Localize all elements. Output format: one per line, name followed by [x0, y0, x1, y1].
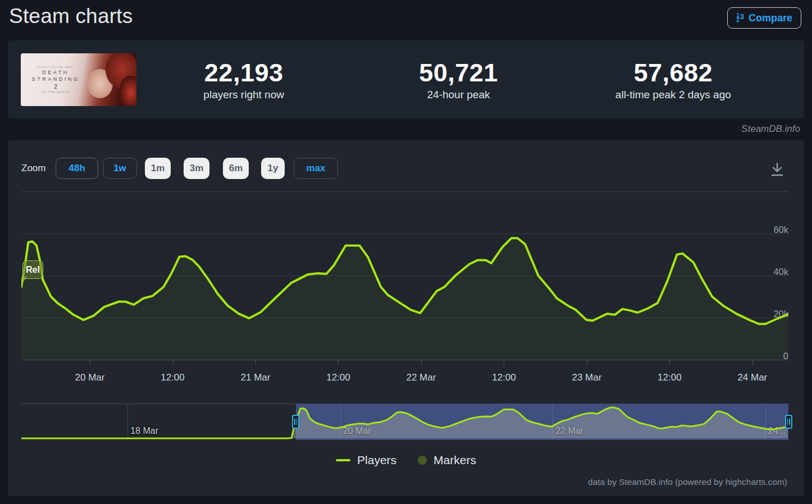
- range-button-48h[interactable]: 48h: [56, 158, 98, 179]
- stat-block: 57,682 all-time peak 2 days ago: [566, 58, 781, 101]
- x-axis-label: 12:00: [313, 372, 363, 383]
- legend-label: Players: [357, 453, 396, 467]
- stat-label: all-time peak 2 days ago: [566, 89, 781, 101]
- players-area-fill: [21, 238, 788, 360]
- range-button-1w[interactable]: 1w: [103, 158, 137, 179]
- x-axis-label: 20 Mar: [65, 372, 115, 383]
- x-axis-line: [21, 360, 788, 360]
- legend-label: Markers: [434, 453, 476, 467]
- legend-line-swatch: [336, 459, 350, 461]
- capsule-tagline: A HIDEO KOJIMA GAME: [38, 66, 74, 68]
- download-chart-button[interactable]: [769, 162, 785, 177]
- top-bar: Steam charts 123 Compare: [0, 0, 812, 40]
- x-axis-label: 21 Mar: [230, 372, 281, 383]
- range-button-1m: 1m: [145, 158, 171, 179]
- stat-value: 50,721: [351, 58, 565, 88]
- x-tick: [338, 360, 339, 365]
- stat-block: 50,721 24-hour peak: [351, 58, 565, 101]
- release-flag[interactable]: Rel: [22, 260, 43, 279]
- legend-item-players[interactable]: Players: [336, 453, 396, 467]
- x-tick: [504, 360, 504, 365]
- capsule-title-block: A HIDEO KOJIMA GAME DEATH STRANDING 2 ON…: [25, 53, 86, 106]
- x-axis-label: 12:00: [148, 372, 198, 383]
- x-tick: [256, 360, 256, 365]
- capsule-art: [120, 76, 136, 106]
- x-tick: [173, 360, 174, 365]
- page-title: Steam charts: [9, 4, 133, 28]
- x-tick: [752, 360, 753, 365]
- x-axis-label: 12:00: [644, 372, 695, 383]
- game-capsule-image[interactable]: A HIDEO KOJIMA GAME DEATH STRANDING 2 ON…: [21, 53, 136, 106]
- capsule-number: 2: [54, 83, 57, 90]
- x-tick: [421, 360, 422, 365]
- chart-legend: PlayersMarkers: [8, 453, 804, 467]
- stat-label: 24-hour peak: [351, 89, 565, 101]
- stat-value: 22,193: [136, 58, 351, 88]
- legend-item-markers[interactable]: Markers: [418, 453, 476, 467]
- x-axis-label: 12:00: [478, 372, 529, 383]
- navigator-mini-chart[interactable]: [21, 404, 788, 440]
- compare-button-label: Compare: [749, 12, 792, 24]
- capsule-title: STRANDING: [32, 76, 80, 82]
- compare-fraction-icon: 123: [736, 13, 744, 22]
- players-line-chart[interactable]: [21, 191, 788, 360]
- stat-value: 57,682: [566, 58, 781, 88]
- highcharts-credits[interactable]: data by SteamDB.info (powered by highcha…: [588, 477, 787, 487]
- x-axis-label: 24 Mar: [727, 372, 778, 383]
- x-axis-label: 22 Mar: [396, 372, 446, 383]
- players-chart-panel: Zoom 48h1w1m3m6m1ymax 60k40k20k020 Mar12…: [8, 140, 804, 496]
- steamdb-watermark: SteamDB.info: [741, 123, 800, 135]
- compare-button[interactable]: 123 Compare: [727, 7, 801, 29]
- stats-row: 22,193 players right now50,721 24-hour p…: [136, 58, 781, 101]
- x-tick: [587, 360, 587, 365]
- player-stats-panel: A HIDEO KOJIMA GAME DEATH STRANDING 2 ON…: [8, 40, 804, 118]
- legend-circle-swatch: [418, 456, 427, 465]
- range-button-max[interactable]: max: [294, 158, 338, 179]
- range-button-6m: 6m: [223, 158, 249, 179]
- stat-label: players right now: [136, 89, 351, 101]
- range-button-1y: 1y: [261, 158, 285, 179]
- navigator-left-handle[interactable]: [292, 415, 299, 429]
- range-button-3m: 3m: [184, 158, 209, 179]
- navigator-right-handle[interactable]: [785, 415, 792, 429]
- x-tick: [669, 360, 670, 365]
- stat-block: 22,193 players right now: [136, 58, 351, 101]
- x-tick: [90, 360, 90, 365]
- zoom-label: Zoom: [21, 163, 45, 174]
- capsule-subtitle: ON THE BEACH: [41, 91, 70, 94]
- capsule-title: DEATH: [42, 70, 69, 75]
- x-axis-label: 23 Mar: [562, 372, 612, 383]
- download-icon: [769, 162, 785, 177]
